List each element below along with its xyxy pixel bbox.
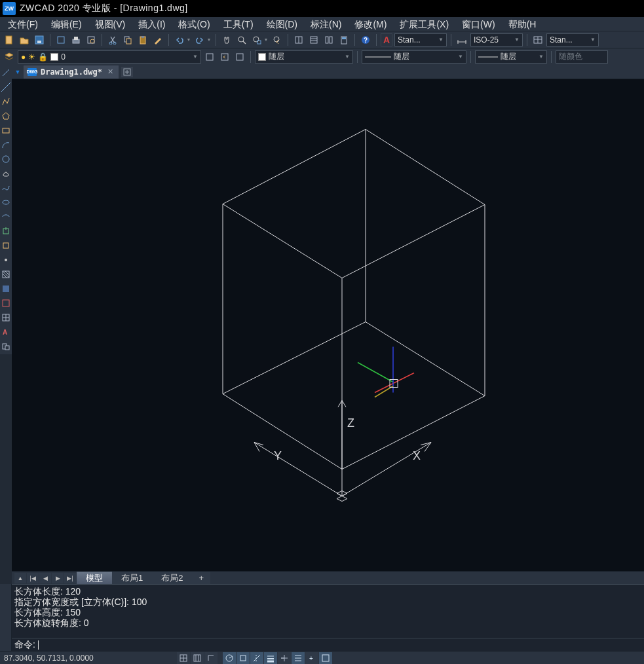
revcloud-tool[interactable] xyxy=(1,168,11,179)
rectangle-tool[interactable] xyxy=(1,125,11,136)
tab-layout1[interactable]: 布局1 xyxy=(112,572,152,585)
menu-modify[interactable]: 修改(M) xyxy=(348,17,393,31)
tab-add-layout[interactable]: + xyxy=(192,572,210,585)
layer-manager-button[interactable] xyxy=(3,50,16,64)
make-block-tool[interactable] xyxy=(1,240,11,251)
arc-tool[interactable] xyxy=(1,139,11,150)
ellipse-tool[interactable] xyxy=(1,197,11,208)
menu-dim[interactable]: 标注(N) xyxy=(304,17,348,31)
menu-view[interactable]: 视图(V) xyxy=(88,17,132,31)
layer-combo[interactable]: ● ☀ 🔒 0 ▼ xyxy=(18,50,201,64)
lwt-toggle[interactable] xyxy=(264,652,277,664)
pan-button[interactable] xyxy=(220,33,233,46)
zoom-dropdown[interactable]: ▼ xyxy=(263,33,269,46)
menu-format[interactable]: 格式(O) xyxy=(172,17,216,31)
gradient-tool[interactable] xyxy=(1,284,11,294)
wipeout-tool[interactable] xyxy=(1,341,11,352)
dyn-toggle[interactable] xyxy=(278,652,291,664)
color-combo[interactable]: 随层 ▼ xyxy=(255,50,353,64)
export-button[interactable] xyxy=(54,33,67,46)
menu-draw[interactable]: 绘图(D) xyxy=(260,17,304,31)
undo-dropdown[interactable]: ▼ xyxy=(186,33,191,46)
dimstyle-icon[interactable] xyxy=(455,33,468,46)
cut-button[interactable] xyxy=(106,33,119,46)
calculator-button[interactable] xyxy=(337,33,350,46)
circle-tool[interactable] xyxy=(1,154,11,164)
ortho-toggle[interactable] xyxy=(204,652,218,664)
table-style-combo[interactable]: Stan...▼ xyxy=(546,33,599,46)
save-button[interactable] xyxy=(33,33,46,46)
linetype-combo[interactable]: 随层 ▼ xyxy=(362,50,466,64)
menu-help[interactable]: 帮助(H xyxy=(502,17,543,31)
design-center-button[interactable] xyxy=(322,33,335,46)
command-history[interactable]: 长方体长度: 120 指定方体宽度或 [立方体(C)]: 100 长方体高度: … xyxy=(0,584,644,638)
qprops-toggle[interactable] xyxy=(319,652,332,664)
table-tool[interactable] xyxy=(1,312,11,323)
mtext-tool[interactable]: A xyxy=(1,327,11,337)
match-properties-button[interactable] xyxy=(151,33,164,46)
zoom-realtime-button[interactable] xyxy=(235,33,248,46)
polygon-tool[interactable] xyxy=(1,111,11,121)
tab-model[interactable]: 模型 xyxy=(77,572,112,585)
menu-insert[interactable]: 插入(I) xyxy=(132,17,172,31)
otrack-toggle[interactable] xyxy=(250,652,263,664)
layer-isolate-button[interactable] xyxy=(233,50,246,64)
region-tool[interactable] xyxy=(1,298,11,308)
dim-style-combo[interactable]: ISO-25▼ xyxy=(470,33,523,46)
new-tab-button[interactable] xyxy=(121,67,133,77)
command-input-line[interactable]: 命令: xyxy=(0,638,644,651)
properties-button[interactable] xyxy=(307,33,320,46)
cycle-toggle[interactable]: + xyxy=(305,652,318,664)
menu-file[interactable]: 文件(F) xyxy=(1,17,45,31)
plot-style-combo[interactable]: 随颜色 xyxy=(556,50,608,64)
model-toggle[interactable] xyxy=(292,652,305,664)
coordinate-readout[interactable]: 87.3040, 50.7131, 0.0000 xyxy=(0,654,111,663)
tab-scroll-first[interactable]: |◀ xyxy=(27,573,39,583)
paste-button[interactable] xyxy=(136,33,149,46)
print-preview-button[interactable] xyxy=(85,33,98,46)
help-button[interactable]: ? xyxy=(359,33,372,46)
menu-tools[interactable]: 工具(T) xyxy=(217,17,260,31)
menu-ext[interactable]: 扩展工具(X) xyxy=(393,17,455,31)
new-button[interactable] xyxy=(3,33,16,46)
hatch-tool[interactable] xyxy=(1,269,11,280)
tab-layout2[interactable]: 布局2 xyxy=(152,572,192,585)
open-button[interactable] xyxy=(18,33,31,46)
tab-menu-icon[interactable]: ▼ xyxy=(13,67,22,77)
tab-scroll-last[interactable]: ▶| xyxy=(64,573,76,583)
polar-toggle[interactable] xyxy=(223,652,236,664)
spline-tool[interactable] xyxy=(1,183,11,193)
undo-button[interactable] xyxy=(173,33,186,46)
grid-toggle[interactable] xyxy=(191,652,204,664)
osnap-toggle[interactable] xyxy=(237,652,250,664)
snap-toggle[interactable] xyxy=(177,652,190,664)
menu-window[interactable]: 窗口(W) xyxy=(455,17,502,31)
zoom-previous-button[interactable] xyxy=(271,33,284,46)
redo-button[interactable] xyxy=(193,33,206,46)
tab-scroll-up[interactable]: ▲ xyxy=(14,573,26,583)
polyline-tool[interactable] xyxy=(1,96,11,107)
zoom-window-button[interactable] xyxy=(250,33,263,46)
redo-dropdown[interactable]: ▼ xyxy=(206,33,212,46)
point-tool[interactable] xyxy=(1,255,11,265)
tool-palettes-button[interactable] xyxy=(292,33,305,46)
drawing-viewport[interactable]: Z X Y xyxy=(12,79,644,571)
construction-line-tool[interactable] xyxy=(1,82,11,92)
ellipse-arc-tool[interactable] xyxy=(1,212,11,222)
tab-scroll-next[interactable]: ▶ xyxy=(52,573,64,583)
text-style-combo[interactable]: Stan...▼ xyxy=(394,33,447,46)
insert-block-tool[interactable] xyxy=(1,226,11,236)
plot-button[interactable] xyxy=(69,33,83,46)
text-style-icon[interactable]: A xyxy=(381,33,392,46)
line-tool[interactable] xyxy=(1,67,11,78)
layer-previous-button[interactable] xyxy=(218,50,231,64)
tablestyle-icon[interactable] xyxy=(531,33,544,46)
document-tab[interactable]: DWG Drawing1.dwg* ✕ xyxy=(24,65,119,79)
dwg-icon: DWG xyxy=(28,68,37,76)
copy-button[interactable] xyxy=(121,33,134,46)
lineweight-combo[interactable]: 随层 ▼ xyxy=(475,50,547,64)
layer-states-button[interactable] xyxy=(203,50,216,64)
tab-scroll-prev[interactable]: ◀ xyxy=(39,573,51,583)
menu-edit[interactable]: 编辑(E) xyxy=(45,17,88,31)
close-tab-button[interactable]: ✕ xyxy=(106,67,115,76)
